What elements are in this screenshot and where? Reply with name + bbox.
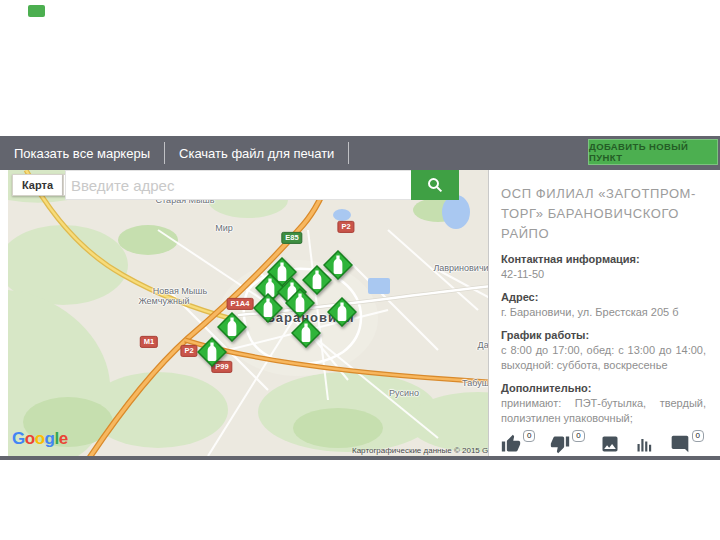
- recycling-point-marker[interactable]: [285, 288, 315, 318]
- section-body: принимают: ПЭТ-бутылка, твердый, полиэти…: [501, 396, 706, 426]
- road-badge: Р2: [180, 345, 197, 357]
- google-logo-letter: e: [59, 429, 68, 448]
- thumb-down-icon[interactable]: [550, 434, 570, 458]
- search-icon: [426, 176, 444, 194]
- add-new-point-button[interactable]: ДОБАВИТЬ НОВЫЙ ПУНКТ: [588, 139, 718, 165]
- slide-logo-chip: [28, 5, 45, 17]
- section-header: График работы:: [501, 329, 706, 341]
- road-badge: Е85: [281, 232, 302, 244]
- count-badge: 0: [692, 430, 704, 442]
- point-title: ОСП ФИЛИАЛ «ЗАГОТПРОМ-ТОРГ» БАРАНОВИЧСКО…: [501, 184, 706, 244]
- road-badge: М1: [140, 336, 158, 348]
- google-logo-letter: o: [25, 429, 35, 448]
- address-search: [65, 170, 459, 200]
- page: Показать все маркеры Скачать файл для пе…: [0, 0, 720, 540]
- recycling-point-marker[interactable]: [253, 293, 283, 323]
- road-badge: Р2: [337, 221, 354, 233]
- recycling-point-marker[interactable]: [291, 318, 321, 348]
- map-label: Жемчужный: [138, 296, 189, 306]
- section-body: 42-11-50: [501, 267, 706, 282]
- google-logo[interactable]: Google: [12, 429, 68, 449]
- comment-icon[interactable]: [670, 434, 690, 458]
- section-body: с 8:00 до 17:00, обед: с 13:00 до 14:00,…: [501, 343, 706, 373]
- recycling-point-marker[interactable]: [327, 297, 357, 327]
- panel-action: 0: [501, 434, 535, 458]
- google-logo-letter: g: [45, 429, 55, 448]
- address-search-input[interactable]: [65, 170, 411, 200]
- point-details: Контактная информация:42-11-50Адрес:г. Б…: [501, 253, 706, 434]
- count-badge: 0: [572, 430, 584, 442]
- section-header: Дополнительно:: [501, 382, 706, 394]
- count-badge: 0: [523, 430, 535, 442]
- show-all-markers-link[interactable]: Показать все маркеры: [0, 146, 164, 161]
- section-header: Контактная информация:: [501, 253, 706, 265]
- recycling-point-marker[interactable]: [197, 337, 227, 367]
- point-actions: 000: [501, 434, 706, 462]
- panel-action: 0: [670, 434, 704, 458]
- info-section: Контактная информация:42-11-50: [501, 253, 706, 282]
- map-label: Русино: [389, 388, 419, 398]
- section-header: Адрес:: [501, 291, 706, 303]
- thumb-up-icon[interactable]: [501, 434, 521, 458]
- map-type-map-button[interactable]: Карта: [12, 174, 63, 196]
- info-section: График работы:с 8:00 до 17:00, обед: с 1…: [501, 329, 706, 373]
- search-button[interactable]: [411, 170, 459, 200]
- road-badge: Р1А4: [227, 298, 254, 310]
- section-body: г. Барановичи, ул. Брестская 205 б: [501, 305, 706, 320]
- download-print-file-link[interactable]: Скачать файл для печати: [165, 146, 348, 161]
- panel-action: [635, 434, 655, 458]
- info-section: Адрес:г. Барановичи, ул. Брестская 205 б: [501, 291, 706, 320]
- photo-icon[interactable]: [600, 434, 620, 458]
- google-logo-letter: o: [35, 429, 45, 448]
- toolbar-divider: [348, 142, 349, 164]
- info-section: Дополнительно:принимают: ПЭТ-бутылка, тв…: [501, 382, 706, 426]
- map-label: Новая Мышь: [153, 286, 207, 296]
- map-attribution: Картографические данные © 2015 Google: [352, 446, 508, 455]
- map-label: Мир: [215, 223, 233, 233]
- panel-action: [600, 434, 620, 458]
- google-logo-letter: G: [12, 429, 25, 448]
- panel-action: 0: [550, 434, 584, 458]
- map-label: Лавриновичи: [433, 263, 488, 273]
- bar-chart-icon[interactable]: [635, 434, 655, 458]
- info-panel: ОСП ФИЛИАЛ «ЗАГОТПРОМ-ТОРГ» БАРАНОВИЧСКО…: [488, 170, 718, 456]
